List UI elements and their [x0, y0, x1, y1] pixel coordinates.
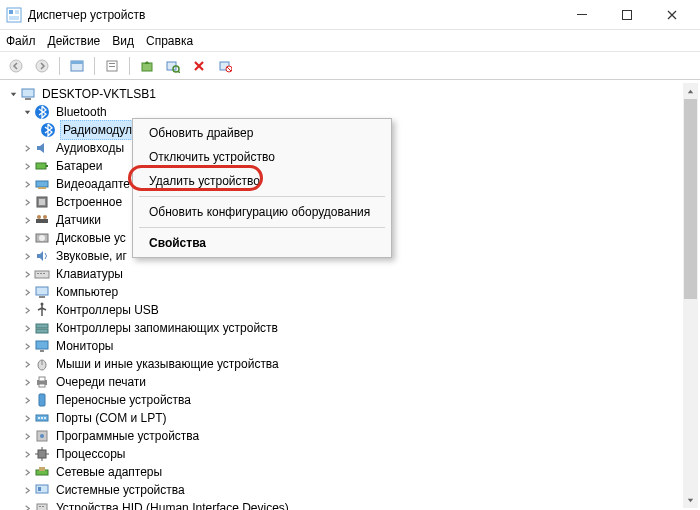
svg-rect-37 — [36, 287, 48, 295]
chevron-right-icon[interactable] — [20, 180, 34, 189]
menu-bar: Файл Действие Вид Справка — [0, 30, 700, 52]
tree-label: Дисковые ус — [54, 229, 128, 247]
uninstall-button[interactable] — [187, 54, 211, 78]
svg-point-39 — [41, 303, 44, 306]
svg-rect-49 — [39, 394, 45, 406]
battery-icon — [34, 158, 50, 174]
menu-help[interactable]: Справка — [146, 34, 193, 48]
tree-category-computer[interactable]: Компьютер — [6, 283, 694, 301]
svg-rect-2 — [15, 10, 19, 14]
tree-root[interactable]: DESKTOP-VKTLSB1 — [6, 85, 694, 103]
chevron-right-icon[interactable] — [20, 306, 34, 315]
scroll-thumb[interactable] — [684, 99, 697, 299]
chevron-right-icon[interactable] — [20, 342, 34, 351]
svg-point-7 — [36, 60, 48, 72]
mouse-icon — [34, 356, 50, 372]
chevron-right-icon[interactable] — [20, 378, 34, 387]
sensor-icon — [34, 212, 50, 228]
window-title: Диспетчер устройств — [28, 8, 145, 22]
vertical-scrollbar[interactable] — [683, 83, 698, 508]
close-button[interactable] — [649, 0, 694, 30]
svg-rect-28 — [36, 219, 48, 223]
minimize-button[interactable] — [559, 0, 604, 30]
tree-label: Устройства HID (Human Interface Devices) — [54, 499, 291, 510]
svg-rect-35 — [40, 273, 42, 274]
chevron-right-icon[interactable] — [20, 486, 34, 495]
update-driver-button[interactable] — [135, 54, 159, 78]
chevron-right-icon[interactable] — [20, 216, 34, 225]
svg-rect-19 — [25, 98, 31, 100]
scroll-up-arrow[interactable] — [683, 83, 698, 99]
monitor-icon — [34, 338, 50, 354]
svg-rect-63 — [36, 485, 48, 493]
tree-category-storage-controllers[interactable]: Контроллеры запоминающих устройств — [6, 319, 694, 337]
tree-category-processors[interactable]: Процессоры — [6, 445, 694, 463]
chevron-right-icon[interactable] — [20, 162, 34, 171]
svg-rect-5 — [622, 10, 631, 19]
tree-category-usb[interactable]: Контроллеры USB — [6, 301, 694, 319]
properties-button[interactable] — [100, 54, 124, 78]
scroll-down-arrow[interactable] — [683, 492, 698, 508]
tree-label: Датчики — [54, 211, 103, 229]
tree-root-label: DESKTOP-VKTLSB1 — [40, 85, 158, 103]
disable-button[interactable] — [213, 54, 237, 78]
tree-label: Очереди печати — [54, 373, 148, 391]
chevron-right-icon[interactable] — [20, 198, 34, 207]
tree-category-keyboards[interactable]: Клавиатуры — [6, 265, 694, 283]
tree-category-hid[interactable]: Устройства HID (Human Interface Devices) — [6, 499, 694, 510]
forward-button[interactable] — [30, 54, 54, 78]
svg-point-52 — [41, 417, 43, 419]
chevron-down-icon[interactable] — [20, 108, 34, 117]
ctx-uninstall-device[interactable]: Удалить устройство — [135, 169, 389, 193]
processor-icon — [34, 446, 50, 462]
sound-icon — [34, 248, 50, 264]
chevron-right-icon[interactable] — [20, 234, 34, 243]
chevron-right-icon[interactable] — [20, 324, 34, 333]
svg-rect-56 — [38, 450, 46, 458]
computer-icon — [34, 284, 50, 300]
disk-drive-icon — [34, 230, 50, 246]
tree-category-ports[interactable]: Порты (COM и LPT) — [6, 409, 694, 427]
svg-point-32 — [39, 235, 45, 241]
svg-rect-33 — [35, 271, 49, 278]
menu-view[interactable]: Вид — [112, 34, 134, 48]
tree-category-software-devices[interactable]: Программные устройства — [6, 427, 694, 445]
svg-rect-4 — [577, 14, 587, 15]
scan-hardware-button[interactable] — [161, 54, 185, 78]
ctx-update-driver[interactable]: Обновить драйвер — [135, 121, 389, 145]
chevron-right-icon[interactable] — [20, 468, 34, 477]
chevron-right-icon[interactable] — [20, 252, 34, 261]
tree-category-mice[interactable]: Мыши и иные указывающие устройства — [6, 355, 694, 373]
chevron-right-icon[interactable] — [20, 288, 34, 297]
chevron-right-icon[interactable] — [20, 432, 34, 441]
chevron-down-icon[interactable] — [6, 90, 20, 99]
ctx-disable-device[interactable]: Отключить устройство — [135, 145, 389, 169]
maximize-button[interactable] — [604, 0, 649, 30]
menu-file[interactable]: Файл — [6, 34, 36, 48]
tree-label: Встроенное — [54, 193, 124, 211]
tree-category-network[interactable]: Сетевые адаптеры — [6, 463, 694, 481]
chevron-right-icon[interactable] — [20, 396, 34, 405]
tree-label: Мониторы — [54, 337, 115, 355]
chevron-right-icon[interactable] — [20, 504, 34, 511]
tree-category-system[interactable]: Системные устройства — [6, 481, 694, 499]
ctx-scan-hardware[interactable]: Обновить конфигурацию оборудования — [135, 200, 389, 224]
tree-category-portable[interactable]: Переносные устройства — [6, 391, 694, 409]
ctx-properties[interactable]: Свойства — [135, 231, 389, 255]
svg-rect-3 — [9, 16, 19, 20]
software-device-icon — [34, 428, 50, 444]
show-hide-console-tree-button[interactable] — [65, 54, 89, 78]
tree-category-monitors[interactable]: Мониторы — [6, 337, 694, 355]
chevron-right-icon[interactable] — [20, 414, 34, 423]
chevron-right-icon[interactable] — [20, 360, 34, 369]
chevron-right-icon[interactable] — [20, 450, 34, 459]
back-button[interactable] — [4, 54, 28, 78]
app-icon — [6, 7, 22, 23]
chevron-right-icon[interactable] — [20, 144, 34, 153]
chevron-right-icon[interactable] — [20, 270, 34, 279]
ctx-separator — [139, 227, 385, 228]
menu-action[interactable]: Действие — [48, 34, 101, 48]
tree-label: Батареи — [54, 157, 104, 175]
svg-rect-11 — [109, 63, 115, 64]
tree-category-print-queues[interactable]: Очереди печати — [6, 373, 694, 391]
